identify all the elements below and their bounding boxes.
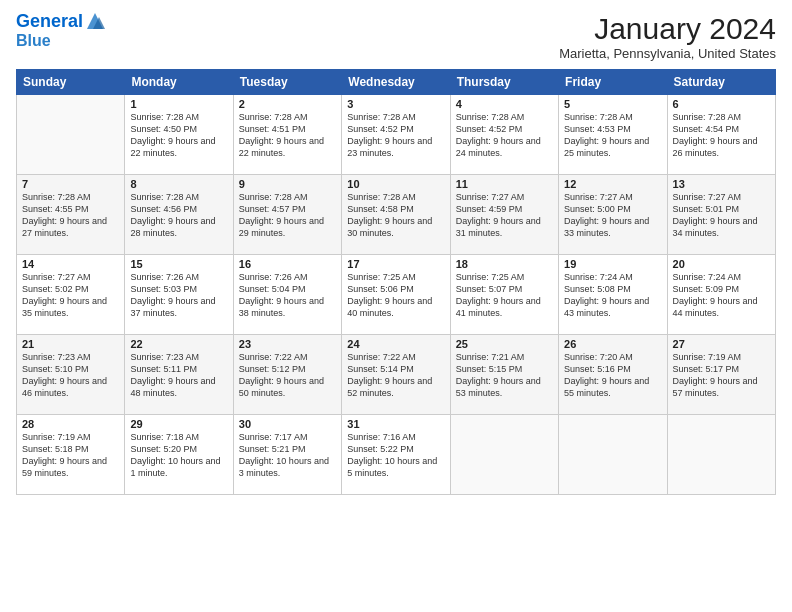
calendar-table: Sunday Monday Tuesday Wednesday Thursday… xyxy=(16,69,776,495)
calendar-week-row: 1Sunrise: 7:28 AMSunset: 4:50 PMDaylight… xyxy=(17,95,776,175)
day-info: Sunrise: 7:28 AMSunset: 4:51 PMDaylight:… xyxy=(239,111,336,160)
day-info: Sunrise: 7:17 AMSunset: 5:21 PMDaylight:… xyxy=(239,431,336,480)
calendar-week-row: 28Sunrise: 7:19 AMSunset: 5:18 PMDayligh… xyxy=(17,415,776,495)
day-info: Sunrise: 7:23 AMSunset: 5:11 PMDaylight:… xyxy=(130,351,227,400)
day-info: Sunrise: 7:18 AMSunset: 5:20 PMDaylight:… xyxy=(130,431,227,480)
day-number: 3 xyxy=(347,98,444,110)
table-row xyxy=(450,415,558,495)
logo-text: General xyxy=(16,12,83,32)
day-info: Sunrise: 7:28 AMSunset: 4:52 PMDaylight:… xyxy=(456,111,553,160)
table-row: 25Sunrise: 7:21 AMSunset: 5:15 PMDayligh… xyxy=(450,335,558,415)
table-row xyxy=(17,95,125,175)
day-number: 12 xyxy=(564,178,661,190)
table-row: 7Sunrise: 7:28 AMSunset: 4:55 PMDaylight… xyxy=(17,175,125,255)
day-number: 19 xyxy=(564,258,661,270)
title-block: January 2024 Marietta, Pennsylvania, Uni… xyxy=(559,12,776,61)
table-row: 27Sunrise: 7:19 AMSunset: 5:17 PMDayligh… xyxy=(667,335,775,415)
table-row: 21Sunrise: 7:23 AMSunset: 5:10 PMDayligh… xyxy=(17,335,125,415)
day-info: Sunrise: 7:24 AMSunset: 5:09 PMDaylight:… xyxy=(673,271,770,320)
table-row: 12Sunrise: 7:27 AMSunset: 5:00 PMDayligh… xyxy=(559,175,667,255)
table-row xyxy=(667,415,775,495)
day-number: 26 xyxy=(564,338,661,350)
day-number: 23 xyxy=(239,338,336,350)
day-info: Sunrise: 7:25 AMSunset: 5:07 PMDaylight:… xyxy=(456,271,553,320)
table-row: 26Sunrise: 7:20 AMSunset: 5:16 PMDayligh… xyxy=(559,335,667,415)
table-row: 15Sunrise: 7:26 AMSunset: 5:03 PMDayligh… xyxy=(125,255,233,335)
col-tuesday: Tuesday xyxy=(233,70,341,95)
table-row: 16Sunrise: 7:26 AMSunset: 5:04 PMDayligh… xyxy=(233,255,341,335)
day-info: Sunrise: 7:28 AMSunset: 4:52 PMDaylight:… xyxy=(347,111,444,160)
col-monday: Monday xyxy=(125,70,233,95)
table-row: 9Sunrise: 7:28 AMSunset: 4:57 PMDaylight… xyxy=(233,175,341,255)
day-info: Sunrise: 7:19 AMSunset: 5:17 PMDaylight:… xyxy=(673,351,770,400)
col-thursday: Thursday xyxy=(450,70,558,95)
day-info: Sunrise: 7:26 AMSunset: 5:04 PMDaylight:… xyxy=(239,271,336,320)
day-info: Sunrise: 7:28 AMSunset: 4:54 PMDaylight:… xyxy=(673,111,770,160)
calendar-week-row: 7Sunrise: 7:28 AMSunset: 4:55 PMDaylight… xyxy=(17,175,776,255)
day-number: 2 xyxy=(239,98,336,110)
day-number: 10 xyxy=(347,178,444,190)
table-row: 19Sunrise: 7:24 AMSunset: 5:08 PMDayligh… xyxy=(559,255,667,335)
day-number: 11 xyxy=(456,178,553,190)
day-number: 20 xyxy=(673,258,770,270)
day-number: 13 xyxy=(673,178,770,190)
table-row: 3Sunrise: 7:28 AMSunset: 4:52 PMDaylight… xyxy=(342,95,450,175)
logo-text2: Blue xyxy=(16,32,105,50)
day-info: Sunrise: 7:28 AMSunset: 4:57 PMDaylight:… xyxy=(239,191,336,240)
day-info: Sunrise: 7:27 AMSunset: 5:01 PMDaylight:… xyxy=(673,191,770,240)
table-row: 30Sunrise: 7:17 AMSunset: 5:21 PMDayligh… xyxy=(233,415,341,495)
table-row: 22Sunrise: 7:23 AMSunset: 5:11 PMDayligh… xyxy=(125,335,233,415)
table-row xyxy=(559,415,667,495)
day-number: 8 xyxy=(130,178,227,190)
table-row: 4Sunrise: 7:28 AMSunset: 4:52 PMDaylight… xyxy=(450,95,558,175)
day-number: 6 xyxy=(673,98,770,110)
location: Marietta, Pennsylvania, United States xyxy=(559,46,776,61)
col-friday: Friday xyxy=(559,70,667,95)
table-row: 23Sunrise: 7:22 AMSunset: 5:12 PMDayligh… xyxy=(233,335,341,415)
calendar-week-row: 21Sunrise: 7:23 AMSunset: 5:10 PMDayligh… xyxy=(17,335,776,415)
table-row: 5Sunrise: 7:28 AMSunset: 4:53 PMDaylight… xyxy=(559,95,667,175)
day-number: 27 xyxy=(673,338,770,350)
month-title: January 2024 xyxy=(559,12,776,46)
page-header: General Blue January 2024 Marietta, Penn… xyxy=(16,12,776,61)
day-info: Sunrise: 7:22 AMSunset: 5:14 PMDaylight:… xyxy=(347,351,444,400)
day-number: 9 xyxy=(239,178,336,190)
day-info: Sunrise: 7:23 AMSunset: 5:10 PMDaylight:… xyxy=(22,351,119,400)
logo: General Blue xyxy=(16,12,105,49)
day-info: Sunrise: 7:25 AMSunset: 5:06 PMDaylight:… xyxy=(347,271,444,320)
table-row: 28Sunrise: 7:19 AMSunset: 5:18 PMDayligh… xyxy=(17,415,125,495)
col-wednesday: Wednesday xyxy=(342,70,450,95)
day-number: 18 xyxy=(456,258,553,270)
table-row: 14Sunrise: 7:27 AMSunset: 5:02 PMDayligh… xyxy=(17,255,125,335)
day-number: 31 xyxy=(347,418,444,430)
table-row: 6Sunrise: 7:28 AMSunset: 4:54 PMDaylight… xyxy=(667,95,775,175)
day-info: Sunrise: 7:27 AMSunset: 5:00 PMDaylight:… xyxy=(564,191,661,240)
day-number: 25 xyxy=(456,338,553,350)
day-info: Sunrise: 7:22 AMSunset: 5:12 PMDaylight:… xyxy=(239,351,336,400)
col-saturday: Saturday xyxy=(667,70,775,95)
table-row: 17Sunrise: 7:25 AMSunset: 5:06 PMDayligh… xyxy=(342,255,450,335)
table-row: 20Sunrise: 7:24 AMSunset: 5:09 PMDayligh… xyxy=(667,255,775,335)
logo-icon xyxy=(85,11,105,31)
calendar-header-row: Sunday Monday Tuesday Wednesday Thursday… xyxy=(17,70,776,95)
col-sunday: Sunday xyxy=(17,70,125,95)
calendar-week-row: 14Sunrise: 7:27 AMSunset: 5:02 PMDayligh… xyxy=(17,255,776,335)
day-info: Sunrise: 7:16 AMSunset: 5:22 PMDaylight:… xyxy=(347,431,444,480)
table-row: 11Sunrise: 7:27 AMSunset: 4:59 PMDayligh… xyxy=(450,175,558,255)
table-row: 2Sunrise: 7:28 AMSunset: 4:51 PMDaylight… xyxy=(233,95,341,175)
day-number: 4 xyxy=(456,98,553,110)
table-row: 24Sunrise: 7:22 AMSunset: 5:14 PMDayligh… xyxy=(342,335,450,415)
day-number: 1 xyxy=(130,98,227,110)
table-row: 1Sunrise: 7:28 AMSunset: 4:50 PMDaylight… xyxy=(125,95,233,175)
day-number: 17 xyxy=(347,258,444,270)
day-info: Sunrise: 7:24 AMSunset: 5:08 PMDaylight:… xyxy=(564,271,661,320)
day-info: Sunrise: 7:19 AMSunset: 5:18 PMDaylight:… xyxy=(22,431,119,480)
day-info: Sunrise: 7:28 AMSunset: 4:55 PMDaylight:… xyxy=(22,191,119,240)
day-info: Sunrise: 7:28 AMSunset: 4:56 PMDaylight:… xyxy=(130,191,227,240)
table-row: 29Sunrise: 7:18 AMSunset: 5:20 PMDayligh… xyxy=(125,415,233,495)
day-number: 5 xyxy=(564,98,661,110)
table-row: 18Sunrise: 7:25 AMSunset: 5:07 PMDayligh… xyxy=(450,255,558,335)
day-number: 16 xyxy=(239,258,336,270)
day-number: 30 xyxy=(239,418,336,430)
day-info: Sunrise: 7:28 AMSunset: 4:53 PMDaylight:… xyxy=(564,111,661,160)
